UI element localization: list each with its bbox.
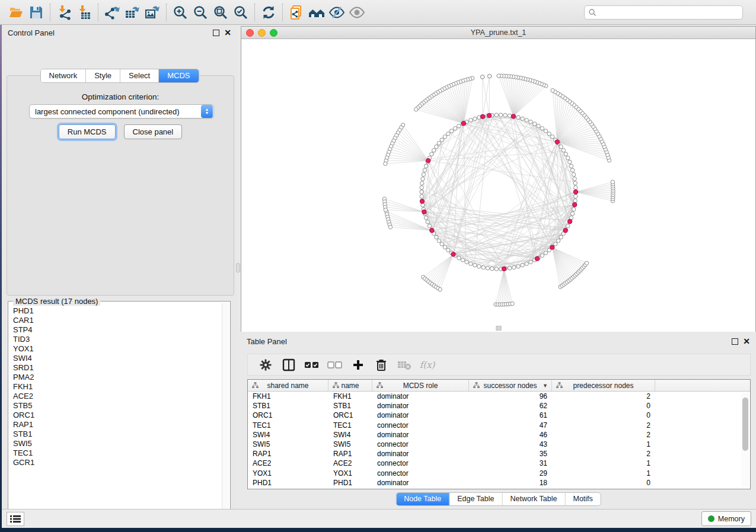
- import-network-icon[interactable]: [54, 2, 74, 23]
- open-file-icon[interactable]: [6, 2, 26, 23]
- tab-motifs[interactable]: Motifs: [565, 493, 600, 505]
- table-row[interactable]: ACE2ACE2connector311: [248, 459, 750, 468]
- table-row[interactable]: FKH1FKH1dominator962: [248, 392, 750, 401]
- select-all-checkboxes-icon[interactable]: [303, 356, 321, 374]
- table-row[interactable]: TEC1TEC1connector472: [248, 421, 750, 430]
- zoom-selected-icon[interactable]: [231, 2, 251, 23]
- column-header-successor_nodes[interactable]: successor nodes▼: [469, 380, 552, 391]
- zoom-fit-icon[interactable]: [210, 2, 231, 23]
- column-header-shared_name[interactable]: shared name: [248, 380, 328, 391]
- tab-style[interactable]: Style: [86, 69, 120, 82]
- mcds-result-item[interactable]: PHD1: [13, 306, 221, 316]
- node-table-body: FKH1FKH1dominator962STB1STB1dominator620…: [248, 392, 750, 488]
- cell-name: ORC1: [328, 411, 372, 419]
- optimization-criterion-label: Optimization criterion:: [7, 92, 234, 101]
- delete-column-trash-icon[interactable]: [372, 356, 390, 374]
- table-toolbar: f(x): [247, 354, 751, 376]
- export-table-icon[interactable]: [122, 2, 142, 23]
- show-graphics-eye-icon[interactable]: [347, 2, 367, 23]
- tab-mcds[interactable]: MCDS: [159, 69, 198, 82]
- panel-splitter-handle[interactable]: [236, 263, 240, 273]
- sort-descending-icon[interactable]: ▼: [543, 383, 548, 389]
- table-panel-float-icon[interactable]: [732, 338, 738, 345]
- mcds-list-scrollbar[interactable]: [222, 303, 229, 520]
- tab-node-table[interactable]: Node Table: [396, 493, 449, 505]
- cell-name: ACE2: [328, 459, 372, 467]
- window-zoom-traffic-icon[interactable]: [270, 29, 277, 37]
- split-pane-handle[interactable]: [496, 326, 501, 331]
- mcds-result-item[interactable]: TID3: [13, 335, 221, 344]
- optimization-criterion-select[interactable]: largest connected component (undirected)…: [29, 104, 214, 118]
- column-header-mcds_role[interactable]: MCDS role: [372, 380, 469, 391]
- add-column-icon[interactable]: [349, 356, 367, 374]
- window-close-traffic-icon[interactable]: [246, 29, 254, 37]
- cell-successor_nodes: 35: [469, 450, 552, 458]
- tab-select[interactable]: Select: [120, 69, 159, 82]
- mcds-result-item[interactable]: STP4: [13, 325, 221, 335]
- search-input[interactable]: [596, 7, 742, 18]
- table-scrollbar-thumb[interactable]: [742, 398, 748, 451]
- import-table-icon[interactable]: [74, 2, 94, 23]
- refresh-layout-icon[interactable]: [259, 2, 279, 23]
- mcds-result-item[interactable]: STB1: [13, 430, 221, 439]
- mcds-result-item[interactable]: PMA2: [13, 373, 221, 382]
- task-history-list-button[interactable]: [7, 512, 24, 526]
- cell-successor_nodes: 96: [469, 392, 552, 400]
- cell-shared_name: TEC1: [248, 421, 328, 430]
- cell-predecessor_nodes: 0: [552, 479, 655, 487]
- toolbar-separator: [254, 4, 255, 21]
- cell-name: YOX1: [328, 469, 372, 477]
- network-canvas[interactable]: [241, 39, 755, 331]
- mcds-result-list: PHD1CAR1STP4TID3YOX1SWI4SRD1PMA2FKH1ACE2…: [13, 306, 221, 518]
- mcds-result-item[interactable]: FKH1: [13, 382, 221, 392]
- mcds-result-item[interactable]: SWI4: [13, 354, 221, 363]
- export-network-icon[interactable]: [102, 2, 122, 23]
- save-session-icon[interactable]: [26, 2, 46, 23]
- memory-button[interactable]: Memory: [701, 511, 751, 526]
- table-row[interactable]: SWI4SWI4dominator462: [248, 430, 750, 440]
- home-pair-icon[interactable]: [307, 2, 327, 23]
- document-network-icon[interactable]: [286, 2, 307, 23]
- show-column-pane-icon[interactable]: [280, 356, 298, 374]
- column-header-name[interactable]: name: [328, 380, 372, 391]
- tab-network-table[interactable]: Network Table: [503, 493, 566, 505]
- mcds-result-item[interactable]: ACE2: [13, 392, 221, 401]
- node-table: shared namenameMCDS rolesuccessor nodes▼…: [247, 379, 751, 489]
- table-row[interactable]: STB1STB1dominator620: [248, 401, 750, 411]
- table-panel-close-icon[interactable]: ✕: [743, 338, 750, 345]
- zoom-out-icon[interactable]: [190, 2, 210, 23]
- control-panel-float-icon[interactable]: [213, 30, 219, 36]
- tab-edge-table[interactable]: Edge Table: [449, 493, 502, 505]
- window-minimize-traffic-icon[interactable]: [258, 29, 266, 37]
- tab-network[interactable]: Network: [40, 69, 86, 82]
- network-window: YPA_prune.txt_1: [241, 26, 756, 332]
- cell-successor_nodes: 18: [469, 479, 552, 487]
- zoom-in-icon[interactable]: [170, 2, 190, 23]
- table-row[interactable]: RAP1RAP1dominator352: [248, 449, 750, 459]
- mcds-result-item[interactable]: CAR1: [13, 316, 221, 325]
- table-row[interactable]: ORC1ORC1dominator610: [248, 411, 750, 420]
- mcds-result-item[interactable]: GCR1: [13, 458, 221, 467]
- mcds-result-item[interactable]: ORC1: [13, 411, 221, 420]
- control-panel-close-icon[interactable]: ✕: [224, 30, 231, 36]
- deselect-all-checkboxes-icon[interactable]: [326, 356, 344, 374]
- mcds-result-item[interactable]: YOX1: [13, 344, 221, 354]
- close-panel-button[interactable]: Close panel: [124, 124, 183, 139]
- mcds-result-item[interactable]: RAP1: [13, 420, 221, 430]
- mcds-result-item[interactable]: SWI5: [13, 439, 221, 448]
- table-row[interactable]: SWI5SWI5connector431: [248, 440, 750, 449]
- hide-details-eye-icon[interactable]: [327, 2, 347, 23]
- cell-predecessor_nodes: 1: [552, 469, 655, 477]
- mcds-result-item[interactable]: STB5: [13, 401, 221, 411]
- table-row[interactable]: PHD1PHD1dominator180: [248, 478, 750, 488]
- table-settings-gear-icon[interactable]: [257, 356, 275, 374]
- cell-mcds_role: connector: [372, 440, 469, 448]
- run-mcds-button[interactable]: Run MCDS: [59, 124, 116, 139]
- column-header-predecessor_nodes[interactable]: predecessor nodes: [552, 380, 655, 391]
- mcds-result-item[interactable]: SRD1: [13, 363, 221, 373]
- mcds-result-item[interactable]: TEC1: [13, 448, 221, 458]
- cell-shared_name: SWI4: [248, 431, 328, 439]
- table-row[interactable]: YOX1YOX1connector291: [248, 469, 750, 478]
- function-builder-icon-disabled: f(x): [419, 356, 436, 374]
- export-image-icon[interactable]: [142, 2, 162, 23]
